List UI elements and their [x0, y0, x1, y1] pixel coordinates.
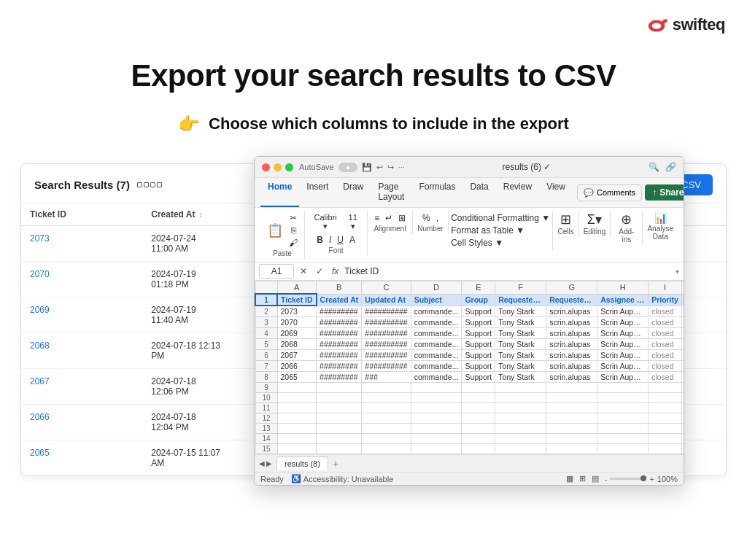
- ticket-link[interactable]: 2070: [30, 269, 50, 279]
- header-cell-9[interactable]: Status: [681, 294, 684, 306]
- autosave-toggle[interactable]: ●: [338, 163, 357, 172]
- view-page-layout-icon[interactable]: ⊞: [579, 474, 586, 483]
- sheet-tab[interactable]: results (8): [276, 456, 328, 470]
- data-cell[interactable]: [681, 361, 684, 372]
- data-cell[interactable]: Scrin Auposis: [597, 372, 649, 383]
- empty-cell[interactable]: [462, 403, 495, 413]
- empty-cell[interactable]: [362, 403, 411, 413]
- empty-cell[interactable]: [649, 434, 682, 444]
- add-sheet-button[interactable]: +: [328, 458, 343, 470]
- maximize-button[interactable]: [285, 163, 293, 171]
- empty-cell[interactable]: [317, 393, 362, 403]
- col-B[interactable]: B: [317, 281, 362, 295]
- empty-cell[interactable]: [546, 444, 597, 454]
- empty-cell[interactable]: [462, 434, 495, 444]
- cell-styles-button[interactable]: Cell Styles ▼: [449, 237, 552, 249]
- addins-button[interactable]: ⊕: [619, 212, 634, 227]
- more-icon[interactable]: ···: [398, 163, 405, 171]
- data-cell[interactable]: Tony Stark: [495, 339, 546, 350]
- empty-cell[interactable]: [462, 393, 495, 403]
- nav-left-icon[interactable]: ◀: [259, 459, 265, 467]
- data-cell[interactable]: ##########: [362, 339, 411, 350]
- editing-button[interactable]: Σ▾: [585, 212, 604, 227]
- empty-cell[interactable]: [362, 413, 411, 424]
- data-cell[interactable]: Scrin Auposis: [597, 317, 649, 328]
- data-cell[interactable]: Scrin Auposis: [597, 361, 649, 372]
- header-cell-2[interactable]: Updated At: [362, 294, 411, 306]
- empty-cell[interactable]: [411, 393, 462, 403]
- ticket-link[interactable]: 2067: [30, 376, 50, 386]
- col-G[interactable]: G: [546, 281, 597, 295]
- data-cell[interactable]: Support: [462, 350, 495, 361]
- empty-cell[interactable]: [277, 444, 317, 454]
- data-cell[interactable]: Tony Stark: [495, 306, 546, 317]
- formula-dropdown-icon[interactable]: ▾: [676, 268, 679, 276]
- data-cell[interactable]: scrin.alupas: [546, 306, 597, 317]
- empty-cell[interactable]: [362, 393, 411, 403]
- analyse-button[interactable]: 📊: [652, 212, 669, 224]
- font-name-button[interactable]: Calibri ▾: [309, 212, 341, 232]
- empty-cell[interactable]: [277, 393, 317, 403]
- data-cell[interactable]: 2067: [277, 350, 317, 361]
- empty-cell[interactable]: [546, 413, 597, 424]
- empty-cell[interactable]: [681, 403, 684, 413]
- empty-cell[interactable]: [649, 383, 682, 393]
- data-cell[interactable]: Tony Stark: [495, 350, 546, 361]
- empty-cell[interactable]: [597, 444, 649, 454]
- empty-cell[interactable]: [411, 434, 462, 444]
- empty-cell[interactable]: [462, 444, 495, 454]
- data-cell[interactable]: #########: [317, 372, 362, 383]
- empty-cell[interactable]: [495, 383, 546, 393]
- data-cell[interactable]: Scrin Auposis: [597, 339, 649, 350]
- tab-review[interactable]: Review: [496, 178, 539, 207]
- save-icon[interactable]: 💾: [362, 163, 372, 172]
- view-normal-icon[interactable]: ▦: [566, 474, 573, 483]
- data-cell[interactable]: Tony Stark: [495, 361, 546, 372]
- underline-button[interactable]: U: [335, 234, 346, 246]
- data-cell[interactable]: Support: [462, 372, 495, 383]
- tab-formulas[interactable]: Formulas: [411, 178, 462, 207]
- empty-cell[interactable]: [649, 413, 682, 424]
- tab-view[interactable]: View: [539, 178, 573, 207]
- data-cell[interactable]: [681, 350, 684, 361]
- data-cell[interactable]: 2069: [277, 328, 317, 339]
- data-cell[interactable]: 2065: [277, 372, 317, 383]
- empty-cell[interactable]: [277, 434, 317, 444]
- data-cell[interactable]: Tony Stark: [495, 372, 546, 383]
- data-cell[interactable]: scrin.alupas: [546, 328, 597, 339]
- tab-insert[interactable]: Insert: [299, 178, 336, 207]
- formula-input[interactable]: [344, 266, 673, 276]
- empty-cell[interactable]: [546, 383, 597, 393]
- empty-cell[interactable]: [495, 444, 546, 454]
- header-cell-7[interactable]: Assignee Nar: [597, 294, 649, 306]
- data-cell[interactable]: ###: [362, 372, 411, 383]
- data-cell[interactable]: closed: [649, 339, 682, 350]
- empty-cell[interactable]: [362, 424, 411, 434]
- empty-cell[interactable]: [597, 424, 649, 434]
- data-cell[interactable]: closed: [649, 328, 682, 339]
- data-cell[interactable]: [681, 372, 684, 383]
- empty-cell[interactable]: [597, 413, 649, 424]
- empty-cell[interactable]: [495, 424, 546, 434]
- data-cell[interactable]: Support: [462, 339, 495, 350]
- empty-cell[interactable]: [462, 424, 495, 434]
- font-size-button[interactable]: 11 ▾: [343, 212, 363, 232]
- ticket-link[interactable]: 2066: [30, 412, 50, 422]
- empty-cell[interactable]: [277, 424, 317, 434]
- data-cell[interactable]: closed: [649, 372, 682, 383]
- data-cell[interactable]: commande...: [411, 317, 462, 328]
- col-F[interactable]: F: [495, 281, 546, 295]
- data-cell[interactable]: scrin.alupas: [546, 361, 597, 372]
- empty-cell[interactable]: [649, 393, 682, 403]
- tab-draw[interactable]: Draw: [336, 178, 371, 207]
- data-cell[interactable]: Support: [462, 361, 495, 372]
- data-cell[interactable]: [681, 339, 684, 350]
- empty-cell[interactable]: [277, 403, 317, 413]
- undo-icon[interactable]: ↩: [376, 163, 383, 172]
- col-A[interactable]: A: [277, 281, 317, 295]
- empty-cell[interactable]: [681, 393, 684, 403]
- col-J[interactable]: J: [681, 281, 684, 295]
- empty-cell[interactable]: [649, 424, 682, 434]
- empty-cell[interactable]: [495, 403, 546, 413]
- empty-cell[interactable]: [597, 403, 649, 413]
